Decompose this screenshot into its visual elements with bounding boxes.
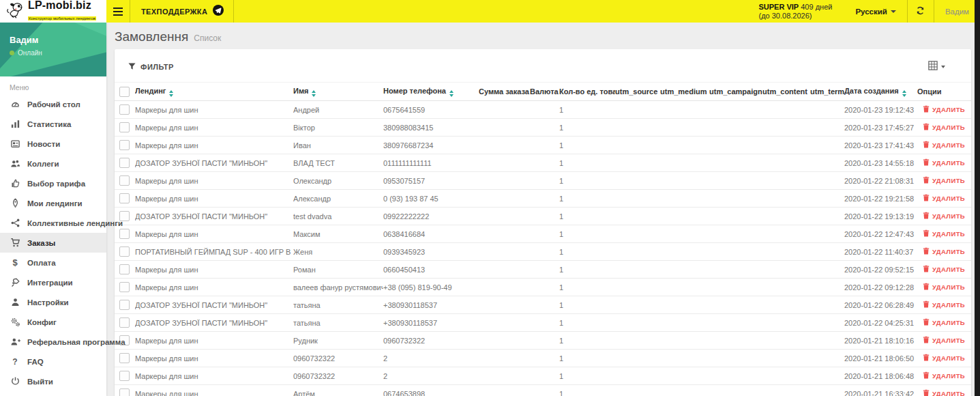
cell-created: 2020-01-23 17:45:27 [844, 119, 917, 137]
sidebar-item-config[interactable]: Конфиг [0, 312, 106, 332]
cell-name: Віктор [293, 119, 383, 137]
row-checkbox[interactable] [119, 175, 130, 186]
sidebar-item-settings[interactable]: Настройки [0, 292, 106, 312]
row-checkbox[interactable] [119, 140, 130, 150]
delete-button[interactable]: УДАЛИТЬ [917, 336, 965, 345]
plug-icon [10, 277, 20, 288]
cell-utm_term [810, 296, 844, 314]
cell-sum [479, 385, 530, 396]
delete-button[interactable]: УДАЛИТЬ [917, 105, 965, 114]
row-checkbox[interactable] [119, 104, 130, 115]
column-header-created[interactable]: Дата создания [844, 83, 917, 101]
column-header-name[interactable]: Имя [293, 83, 383, 101]
refresh-button[interactable] [908, 0, 934, 23]
delete-button[interactable]: УДАЛИТЬ [917, 123, 965, 132]
cell-utm_campaign [709, 154, 762, 172]
row-checkbox[interactable] [119, 264, 130, 274]
cell-utm_content [762, 101, 810, 119]
cell-utm_medium [660, 208, 709, 225]
row-select-cell [115, 314, 135, 332]
column-header-utm_source: utm_source [615, 83, 660, 101]
cell-phone: 0953075157 [383, 172, 479, 190]
menu-toggle-button[interactable] [106, 0, 130, 23]
delete-button[interactable]: УДАЛИТЬ [917, 194, 965, 203]
sidebar-item-landings[interactable]: Мои лендинги [0, 193, 106, 213]
columns-picker-button[interactable] [928, 61, 945, 73]
row-checkbox[interactable] [119, 122, 130, 132]
column-header-landing[interactable]: Лендинг [135, 83, 293, 101]
cell-phone: 0675641559 [383, 101, 479, 119]
row-select-cell [115, 261, 135, 279]
sort-icon[interactable] [902, 90, 906, 97]
topbar-username[interactable]: Вадим [934, 0, 980, 23]
cell-currency [530, 225, 559, 243]
row-select-cell [115, 296, 135, 314]
page-head: ЗамовленняСписок [106, 23, 975, 49]
cell-phone: 380976687234 [383, 137, 479, 154]
row-checkbox[interactable] [119, 388, 130, 396]
sidebar-item-dashboard[interactable]: Рабочий стол [0, 94, 106, 114]
row-checkbox[interactable] [119, 246, 130, 257]
delete-button[interactable]: УДАЛИТЬ [917, 389, 965, 396]
delete-button[interactable]: УДАЛИТЬ [917, 371, 965, 380]
sort-icon[interactable] [449, 90, 454, 97]
sidebar-item-orders[interactable]: Заказы [0, 233, 106, 253]
language-selector[interactable]: Русский [844, 0, 906, 23]
cell-currency [530, 208, 559, 225]
sidebar-item-label: Коллеги [27, 160, 59, 168]
sidebar-item-colleagues[interactable]: Коллеги [0, 154, 106, 173]
delete-button[interactable]: УДАЛИТЬ [917, 247, 965, 256]
cell-utm_campaign [709, 119, 762, 137]
row-checkbox[interactable] [119, 317, 130, 328]
row-checkbox[interactable] [119, 371, 130, 381]
delete-button[interactable]: УДАЛИТЬ [917, 229, 965, 238]
sort-icon[interactable] [312, 90, 316, 97]
cell-utm_medium [660, 101, 709, 119]
delete-button[interactable]: УДАЛИТЬ [917, 300, 965, 309]
select-all-checkbox[interactable] [119, 87, 130, 97]
logo[interactable]: LP-mobi.biz Конструктор мобильных лендин… [0, 0, 106, 23]
sidebar-item-logout[interactable]: Выйти [0, 371, 106, 391]
cell-utm_content [762, 261, 810, 279]
row-select-cell [115, 385, 135, 396]
sidebar-item-referral[interactable]: Реферальная программа [0, 332, 106, 352]
row-checkbox[interactable] [119, 193, 130, 203]
delete-button[interactable]: УДАЛИТЬ [917, 265, 965, 274]
row-checkbox[interactable] [119, 158, 130, 168]
plan-days: 409 дней [801, 3, 832, 11]
row-select-cell [115, 101, 135, 119]
cell-landing: Маркеры для шин [135, 119, 293, 137]
sidebar-item-label: Настройки [27, 298, 69, 307]
cell-landing: ДОЗАТОР ЗУБНОЇ ПАСТИ "МИНЬОН" [135, 314, 293, 332]
delete-button[interactable]: УДАЛИТЬ [917, 318, 965, 327]
sidebar-item-stats[interactable]: Статистика [0, 114, 106, 134]
sidebar-item-tariff[interactable]: Выбор тарифа [0, 173, 106, 193]
delete-button[interactable]: УДАЛИТЬ [917, 141, 965, 150]
row-checkbox[interactable] [119, 282, 130, 292]
sidebar-item-integrations[interactable]: Интеграции [0, 272, 106, 292]
row-checkbox[interactable] [119, 229, 130, 239]
filter-button[interactable]: ФИЛЬТР [128, 63, 174, 72]
sidebar-item-news[interactable]: Новости [0, 134, 106, 154]
sidebar-item-collective[interactable]: Коллективные лендинги [0, 213, 106, 233]
sidebar-item-faq[interactable]: ?FAQ [0, 352, 106, 371]
cell-utm_source [615, 296, 660, 314]
cell-utm_source [615, 172, 660, 190]
row-checkbox[interactable] [119, 300, 130, 310]
sort-icon[interactable] [169, 90, 173, 97]
row-checkbox[interactable] [119, 353, 130, 363]
online-status-dot [10, 51, 14, 55]
page-scrollbar[interactable] [975, 0, 980, 396]
delete-button[interactable]: УДАЛИТЬ [917, 354, 965, 363]
cell-utm_source [615, 261, 660, 279]
telegram-icon [213, 5, 224, 18]
column-header-phone[interactable]: Номер телефона [383, 83, 479, 101]
sidebar-item-payment[interactable]: $Оплата [0, 253, 106, 272]
delete-button[interactable]: УДАЛИТЬ [917, 212, 965, 221]
cell-utm_campaign [709, 385, 762, 396]
delete-button[interactable]: УДАЛИТЬ [917, 283, 965, 292]
support-link[interactable]: ТЕХПОДДЕРЖКА [130, 0, 233, 23]
cell-created: 2020-01-22 11:40:37 [844, 243, 917, 261]
delete-button[interactable]: УДАЛИТЬ [917, 176, 965, 185]
delete-button[interactable]: УДАЛИТЬ [917, 158, 965, 167]
